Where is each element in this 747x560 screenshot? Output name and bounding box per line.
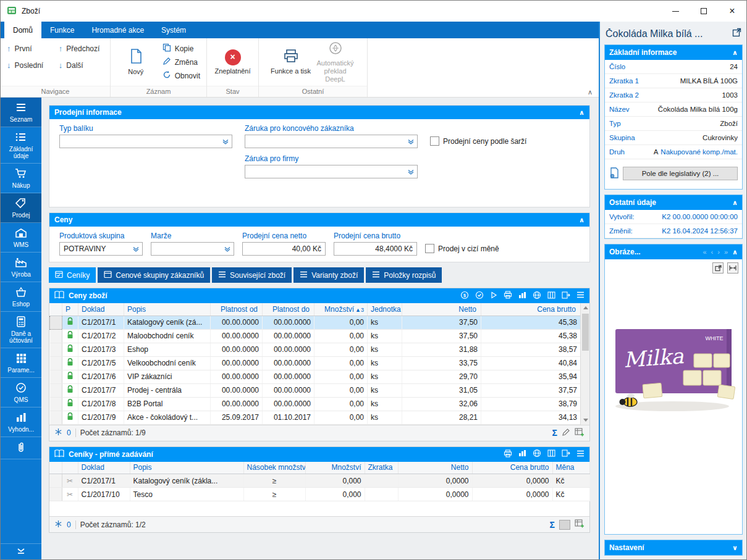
web-icon[interactable]: [533, 291, 541, 301]
table-row[interactable]: C1/2017/6 VIP zákazníci 00.00.0000 00.00…: [50, 370, 581, 383]
column-header[interactable]: Zkratka: [365, 462, 398, 474]
table-row[interactable]: C1/2017/3 Eshop 00.00.0000 00.00.0000 0,…: [50, 343, 581, 356]
last-image-button[interactable]: »: [724, 248, 728, 256]
add-table-icon[interactable]: [575, 428, 585, 438]
checkbox-icon[interactable]: [430, 136, 439, 146]
column-header[interactable]: Platnost od: [211, 303, 263, 316]
print-icon[interactable]: [504, 291, 512, 301]
sidebar-item-prodej[interactable]: Prodej: [1, 193, 41, 223]
export-icon[interactable]: [562, 291, 570, 301]
column-header[interactable]: Jednotka: [368, 303, 402, 316]
product-image[interactable]: WHITE Milka: [605, 274, 742, 534]
first-image-button[interactable]: «: [703, 248, 706, 256]
web-icon[interactable]: [533, 449, 541, 459]
column-header[interactable]: Doklad: [78, 303, 124, 316]
table-row[interactable]: C1/2017/8 B2B Portal 00.00.0000 00.00.00…: [50, 397, 581, 411]
minimize-button[interactable]: [661, 1, 690, 22]
scroll-down-icon[interactable]: [581, 416, 590, 425]
column-header[interactable]: Platnost do: [263, 303, 314, 316]
invalidate-button[interactable]: × Zneplatnění: [213, 49, 252, 75]
table-row[interactable]: C1/2017/5 Velkoobchodní ceník 00.00.0000…: [50, 356, 581, 370]
table-row[interactable]: ✂ C1/2017/1 Katalogový ceník (zákla... ≥…: [49, 474, 589, 488]
sidebar-expand-button[interactable]: [1, 543, 41, 559]
collapse-icon[interactable]: ∧: [732, 199, 738, 207]
sidebar-item-zakladni-udaje[interactable]: Základní údaje: [1, 127, 41, 164]
edit-button[interactable]: Změna: [162, 57, 200, 67]
ribbon-tab[interactable]: Hromadné akce: [83, 22, 153, 38]
edit-icon[interactable]: [562, 428, 570, 438]
ribbon-tab[interactable]: Funkce: [41, 22, 83, 38]
table-row[interactable]: C1/2017/9 Akce - čokoládový t... 25.09.2…: [50, 411, 581, 424]
column-header[interactable]: Násobek množství: [243, 462, 305, 474]
next-record-button[interactable]: ↓Další: [59, 61, 104, 70]
column-header[interactable]: Cena brutto: [472, 462, 552, 474]
column-header[interactable]: [62, 462, 78, 474]
sidebar-item-eshop[interactable]: Eshop: [1, 282, 41, 312]
dropdown-icon[interactable]: [219, 135, 232, 148]
column-header[interactable]: Netto: [402, 303, 481, 316]
column-header[interactable]: [50, 303, 62, 316]
freeze-icon[interactable]: [54, 428, 62, 438]
menu-icon[interactable]: [576, 450, 585, 459]
table-row[interactable]: C1/2017/2 Maloobchodní ceník 00.00.0000 …: [50, 329, 581, 343]
column-header[interactable]: Měna: [552, 462, 589, 474]
scrollbar-thumb[interactable]: [582, 314, 589, 351]
column-header[interactable]: Netto: [398, 462, 472, 474]
add-table-icon[interactable]: [575, 519, 585, 530]
column-header[interactable]: Popis: [124, 303, 211, 316]
sidebar-item-vyhodnoceni[interactable]: Vyhodn...: [1, 407, 41, 437]
vertical-scrollbar[interactable]: [580, 303, 589, 425]
open-image-external-icon[interactable]: [712, 262, 724, 274]
table-row[interactable]: C1/2017/7 Prodej - centrála 00.00.0000 0…: [50, 383, 581, 397]
collapse-icon[interactable]: ∧: [732, 49, 738, 57]
chart-icon[interactable]: [518, 449, 526, 459]
tab-polozky-rozpisu[interactable]: Položky rozpisů: [366, 267, 442, 283]
column-header[interactable]: Cena brutto: [481, 303, 581, 316]
scroll-up-icon[interactable]: [581, 303, 590, 312]
sidebar-item-attachments[interactable]: [1, 437, 41, 459]
ribbon-collapse-icon[interactable]: ∧: [588, 88, 593, 96]
grid-settings-button[interactable]: [559, 520, 570, 530]
produktova-skupina-select[interactable]: POTRAVINY: [59, 242, 143, 256]
column-header[interactable]: Doklad: [78, 462, 130, 474]
table-row[interactable]: ✂ C1/2017/10 Tesco ≥ 0,000 0,0000 0,0000: [49, 488, 589, 501]
collapse-icon[interactable]: ∧: [579, 216, 585, 224]
play-icon[interactable]: [490, 291, 497, 301]
last-record-button[interactable]: ↓Poslední: [7, 61, 48, 70]
zaruka-firmy-select[interactable]: [245, 165, 418, 178]
legislation-fields-button[interactable]: Pole dle legislativy (2) ...: [623, 167, 738, 180]
checkbox-prodej-cizi-mena[interactable]: Prodej v cizí měně: [425, 244, 499, 253]
confirm-icon[interactable]: [475, 291, 484, 301]
open-external-icon[interactable]: [732, 28, 741, 40]
checkbox-prodejni-ceny-sarze[interactable]: Prodejní ceny podle šarží: [430, 136, 580, 146]
cena-netto-input[interactable]: 40,00 Kč: [242, 242, 326, 256]
sidebar-item-vyroba[interactable]: Výroba: [1, 253, 41, 282]
sidebar-item-seznam[interactable]: Seznam: [1, 98, 41, 127]
close-button[interactable]: ×: [718, 1, 746, 22]
columns-icon[interactable]: [547, 291, 555, 301]
column-header[interactable]: [49, 462, 62, 474]
sidebar-item-qms[interactable]: QMS: [1, 378, 41, 407]
refresh-button[interactable]: Obnovit: [162, 70, 200, 81]
sidebar-item-nakup[interactable]: Nákup: [1, 164, 41, 193]
maximize-button[interactable]: [690, 1, 718, 22]
chart-icon[interactable]: [518, 291, 526, 301]
tab-cenove-skupiny[interactable]: Cenové skupiny zákazníků: [98, 267, 210, 283]
export-icon[interactable]: [562, 449, 570, 459]
columns-icon[interactable]: [547, 449, 555, 459]
table-row[interactable]: C1/2017/1 Katalogový ceník (zá... 00.00.…: [50, 316, 581, 329]
collapse-icon[interactable]: ∧: [732, 248, 738, 256]
copy-button[interactable]: Kopie: [162, 43, 200, 54]
column-header[interactable]: Popis: [130, 462, 243, 474]
typ-baliku-select[interactable]: [59, 135, 232, 148]
dropdown-icon[interactable]: [130, 243, 142, 255]
next-image-button[interactable]: ›: [717, 248, 720, 256]
dropdown-icon[interactable]: [405, 135, 417, 148]
marze-select[interactable]: [151, 242, 234, 256]
column-header[interactable]: P: [62, 303, 78, 316]
sidebar-item-dane-a-uctovani[interactable]: Daně a účtování: [1, 312, 41, 348]
freeze-icon[interactable]: [54, 520, 62, 530]
deepl-translate-button[interactable]: Automatický překlad DeepL: [315, 41, 356, 83]
sidebar-item-parametry[interactable]: Parame...: [1, 348, 41, 378]
tab-ceniky[interactable]: Ceníky: [49, 267, 96, 283]
